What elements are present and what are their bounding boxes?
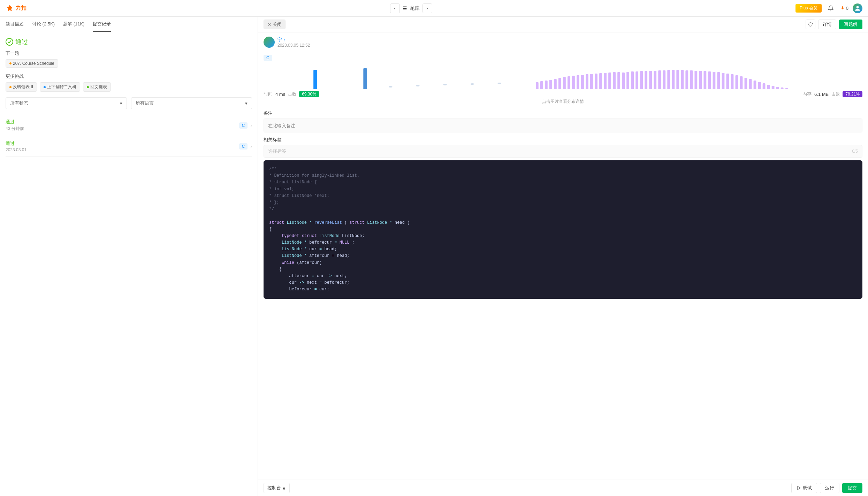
- svg-rect-43: [717, 72, 720, 89]
- submission-info-0: 通过 43 分钟前: [6, 119, 235, 132]
- svg-rect-40: [703, 71, 706, 89]
- nav-title: ☰ 题库: [403, 5, 420, 12]
- code-line-8: struct ListNode * reverseList ( struct L…: [269, 220, 857, 226]
- dot-orange-0: [9, 86, 12, 88]
- time-value: 4 ms: [275, 92, 285, 97]
- close-label: 关闭: [273, 21, 282, 28]
- tags-placeholder: 选择标签: [268, 148, 286, 154]
- svg-point-61: [470, 83, 474, 85]
- tab-submissions[interactable]: 提交记录: [93, 17, 111, 32]
- svg-rect-13: [581, 75, 584, 89]
- code-block: /** * Definition for singly-linked list.…: [264, 160, 862, 299]
- status-text: 通过: [15, 38, 28, 46]
- next-section: 下一题 207. Course Schedule: [6, 50, 252, 68]
- svg-rect-4: [540, 81, 543, 89]
- code-line-1: * Definition for singly-linked list.: [269, 173, 857, 179]
- svg-rect-16: [595, 74, 597, 89]
- avatar[interactable]: [853, 3, 862, 13]
- chart-container[interactable]: [264, 67, 862, 91]
- perf-section: 时间 4 ms 击败 69.30% 内存 6.1 MB 击败 78.21%: [264, 67, 862, 105]
- svg-rect-50: [749, 79, 752, 89]
- alarm-icon[interactable]: [826, 3, 836, 13]
- tab-solutions[interactable]: 题解 (11K): [63, 17, 84, 32]
- more-challenges: 更多挑战 反转链表 II 上下翻转二叉树 回文链表: [6, 73, 252, 92]
- left-panel: 题目描述 讨论 (2.5K) 题解 (11K) 提交记录 通过 下一题 207.…: [0, 17, 258, 496]
- svg-rect-33: [672, 70, 675, 89]
- time-label: 时间: [264, 91, 273, 97]
- detail-button[interactable]: 详情: [818, 20, 836, 29]
- svg-rect-56: [776, 87, 779, 89]
- svg-rect-20: [613, 72, 616, 89]
- svg-rect-17: [599, 73, 602, 89]
- tags-selector[interactable]: 选择标签 0/5: [264, 145, 862, 158]
- svg-rect-14: [586, 74, 588, 89]
- svg-rect-34: [676, 70, 679, 89]
- nav-back-button[interactable]: ‹: [390, 3, 400, 13]
- svg-rect-44: [722, 73, 725, 89]
- svg-rect-55: [772, 86, 775, 89]
- console-label: 控制台: [267, 485, 281, 491]
- submit-button[interactable]: 提交: [842, 483, 862, 493]
- user-row: 宇 ↑ 2023.03.05 12:52: [264, 37, 862, 48]
- debug-button[interactable]: 调试: [791, 483, 817, 493]
- notes-label: 备注: [264, 110, 862, 116]
- submission-time-0: 43 分钟前: [6, 126, 235, 132]
- submission-status-0: 通过: [6, 119, 235, 125]
- mem-value: 6.1 MB: [814, 92, 829, 97]
- tab-description[interactable]: 题目描述: [6, 17, 24, 32]
- close-button[interactable]: ✕ 关闭: [264, 20, 285, 29]
- bottom-bar: 控制台 ∧ 调试 运行 提交: [258, 480, 868, 496]
- notes-input[interactable]: [264, 119, 862, 132]
- svg-rect-24: [631, 71, 634, 89]
- svg-rect-15: [590, 74, 593, 89]
- svg-rect-30: [658, 70, 661, 89]
- challenge-tag-1[interactable]: 上下翻转二叉树: [40, 82, 80, 92]
- svg-rect-7: [554, 79, 557, 89]
- lang-c-badge: C: [264, 55, 272, 61]
- svg-rect-42: [713, 72, 716, 89]
- bottom-right-buttons: 调试 运行 提交: [791, 483, 862, 493]
- write-solution-button[interactable]: 写题解: [839, 20, 862, 29]
- lang-filter[interactable]: 所有语言 ▾: [131, 97, 252, 109]
- refresh-button[interactable]: [806, 20, 815, 29]
- challenge-tags: 反转链表 II 上下翻转二叉树 回文链表: [6, 82, 252, 92]
- nav-forward-button[interactable]: ›: [422, 3, 432, 13]
- status-filter[interactable]: 所有状态 ▾: [6, 97, 127, 109]
- svg-rect-11: [572, 76, 575, 89]
- svg-marker-64: [798, 486, 800, 490]
- svg-rect-3: [536, 82, 539, 89]
- plus-member-button[interactable]: Plus 会员: [795, 4, 822, 13]
- chart-hint: 点击图片查看分布详情: [264, 99, 862, 105]
- submission-row-0[interactable]: 通过 43 分钟前 C ›: [6, 115, 252, 136]
- tab-discussion[interactable]: 讨论 (2.5K): [32, 17, 55, 32]
- status-filter-label: 所有状态: [10, 100, 28, 106]
- submission-row-1[interactable]: 通过 2023.03.01 C ›: [6, 136, 252, 157]
- next-problem-tag[interactable]: 207. Course Schedule: [6, 59, 58, 68]
- challenge-tag-0[interactable]: 反转链表 II: [6, 82, 37, 92]
- debug-label: 调试: [803, 485, 812, 491]
- svg-rect-58: [785, 88, 788, 89]
- logo[interactable]: 力扣: [6, 4, 26, 13]
- main-layout: 题目描述 讨论 (2.5K) 题解 (11K) 提交记录 通过 下一题 207.…: [0, 17, 868, 496]
- run-button[interactable]: 运行: [820, 483, 839, 493]
- svg-rect-38: [694, 71, 697, 89]
- tags-label: 相关标签: [264, 137, 862, 143]
- challenge-label-1: 上下翻转二叉树: [47, 84, 76, 90]
- console-button[interactable]: 控制台 ∧: [264, 483, 290, 493]
- svg-point-60: [443, 84, 447, 85]
- svg-rect-52: [758, 82, 761, 89]
- nav-left: 力扣: [6, 4, 26, 13]
- challenge-tag-2[interactable]: 回文链表: [83, 82, 111, 92]
- mem-perf: 内存 6.1 MB 击败 78.21%: [802, 91, 862, 97]
- svg-rect-5: [545, 81, 548, 89]
- lang-badge-1: C: [239, 143, 248, 150]
- code-line-18: beforecur = cur;: [269, 286, 857, 293]
- fire-count: 0: [840, 6, 848, 11]
- time-perf: 时间 4 ms 击败 69.30%: [264, 91, 319, 97]
- svg-rect-35: [681, 70, 684, 89]
- nav-right: Plus 会员 0: [795, 3, 862, 13]
- svg-rect-21: [617, 72, 620, 89]
- svg-rect-26: [640, 71, 643, 89]
- notes-section: 备注: [264, 110, 862, 132]
- svg-rect-46: [731, 74, 734, 89]
